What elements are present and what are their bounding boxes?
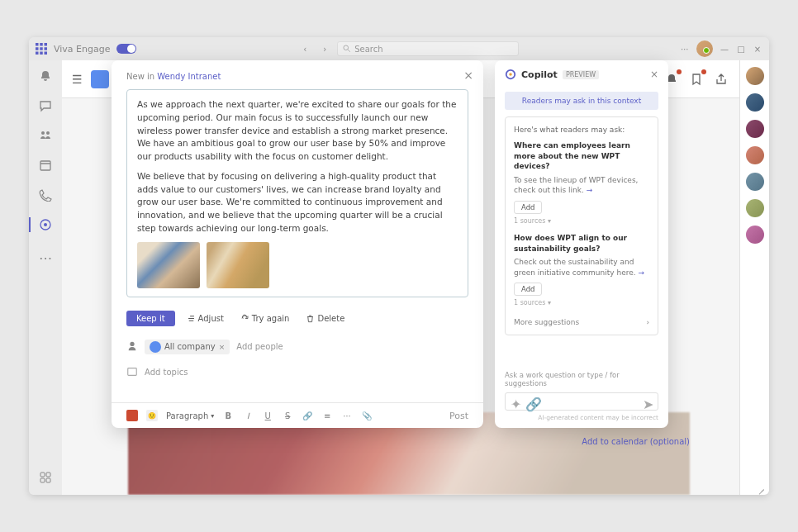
window-close-button[interactable]: × (753, 45, 762, 54)
topic-icon (126, 366, 138, 379)
copilot-icon (505, 69, 516, 80)
send-icon[interactable]: ➤ (643, 397, 653, 406)
rail-engage[interactable] (36, 216, 55, 234)
person-avatar[interactable] (746, 93, 764, 112)
hamburger-icon[interactable]: ☰ (72, 73, 83, 86)
attach-icon[interactable]: 🔗 (525, 397, 535, 406)
card-header: Here's what readers may ask: (514, 126, 649, 134)
copilot-close-icon[interactable]: × (650, 69, 658, 80)
rail-more[interactable]: ⋯ (36, 249, 55, 267)
rail-chat[interactable] (36, 97, 55, 115)
svg-point-16 (44, 223, 47, 226)
copilot-title: Copilot (521, 69, 558, 80)
try-again-button[interactable]: Try again (235, 311, 295, 326)
link-arrow-icon[interactable]: → (587, 186, 593, 194)
svg-rect-18 (46, 473, 50, 477)
bold-button[interactable]: B (222, 411, 234, 420)
community-icon[interactable] (91, 70, 109, 88)
add-suggestion-button[interactable]: Add (514, 283, 542, 296)
theme-toggle[interactable] (116, 44, 136, 54)
person-avatar[interactable] (746, 67, 764, 85)
keep-button[interactable]: Keep it (126, 311, 175, 326)
attach-button[interactable]: 📎 (361, 411, 373, 420)
header-bookmark-icon[interactable] (688, 71, 705, 88)
rail-calendar[interactable] (36, 156, 55, 174)
svg-rect-13 (40, 161, 50, 170)
app-window: Viva Engage ‹ › Search ⋯ — □ × ⋯ (29, 37, 769, 495)
svg-point-21 (130, 341, 134, 345)
rail-activity[interactable] (36, 67, 55, 85)
compose-textarea[interactable]: As we approach the next quarter, we're e… (126, 89, 468, 297)
compose-paragraph: We believe that by focusing on deliverin… (137, 170, 458, 235)
audience-chip[interactable]: All company × (145, 340, 230, 354)
more-format-button[interactable]: ⋯ (341, 411, 353, 420)
chip-remove-icon[interactable]: × (219, 343, 226, 351)
svg-rect-2 (45, 43, 48, 46)
rail-calls[interactable] (36, 186, 55, 204)
svg-rect-22 (128, 368, 137, 375)
rail-teams[interactable] (36, 126, 55, 145)
search-input[interactable]: Search (337, 41, 519, 56)
person-avatar[interactable] (746, 120, 764, 138)
svg-rect-4 (40, 47, 43, 50)
copilot-input[interactable]: ✦ 🔗 ➤ (505, 392, 658, 411)
person-avatar[interactable] (746, 146, 764, 164)
svg-rect-17 (40, 473, 45, 477)
chevron-right-icon: › (646, 318, 649, 326)
link-arrow-icon[interactable]: → (639, 268, 645, 277)
list-button[interactable]: ≡ (321, 411, 333, 420)
suggestions-card: Here's what readers may ask: Where can e… (505, 116, 658, 335)
add-calendar-link[interactable]: Add to calendar (optional) (582, 437, 690, 446)
topic-row: Add topics (112, 361, 483, 384)
emoji-icon[interactable]: 🙂 (146, 410, 158, 421)
close-icon[interactable]: × (463, 69, 473, 82)
resize-handle[interactable] (756, 482, 764, 490)
more-icon[interactable]: ⋯ (680, 45, 690, 54)
underline-button[interactable]: U (262, 411, 273, 420)
more-suggestions-link[interactable]: More suggestions › (514, 315, 649, 326)
copilot-panel: Copilot PREVIEW × Readers may ask in thi… (495, 60, 668, 428)
search-placeholder: Search (354, 45, 382, 54)
adjust-button[interactable]: Adjust (182, 311, 229, 326)
svg-rect-8 (45, 52, 48, 55)
suggestion-answer: Check out the sustainability and green i… (514, 257, 649, 278)
sources-link[interactable]: 1 sources ▾ (514, 299, 649, 306)
svg-rect-7 (40, 52, 43, 55)
svg-rect-20 (46, 478, 50, 482)
link-button[interactable]: 🔗 (302, 411, 313, 420)
add-people-link[interactable]: Add people (236, 342, 283, 351)
sources-link[interactable]: 1 sources ▾ (514, 217, 649, 225)
window-minimize-button[interactable]: — (720, 45, 729, 54)
add-topics-link[interactable]: Add topics (145, 368, 188, 377)
person-avatar[interactable] (746, 226, 764, 244)
strikethrough-button[interactable]: S (282, 411, 293, 420)
ai-action-row: Keep it Adjust Try again Delete (112, 304, 483, 333)
preview-badge: PREVIEW (563, 70, 599, 79)
suggestion-question: How does WPT align to our sustainability… (514, 233, 649, 254)
composer-panel: × New in Wendy Intranet As we approach t… (112, 60, 483, 428)
style-select[interactable]: Paragraph▾ (166, 411, 214, 420)
add-suggestion-button[interactable]: Add (514, 201, 542, 214)
post-button[interactable]: Post (449, 411, 468, 421)
rail-apps[interactable] (36, 468, 55, 487)
person-avatar[interactable] (746, 173, 764, 191)
delete-button[interactable]: Delete (301, 311, 349, 326)
user-avatar[interactable] (696, 40, 713, 57)
content-area: ☰ Add to calendar (optional) × New in We… (62, 60, 739, 495)
svg-rect-19 (40, 478, 45, 482)
svg-rect-0 (36, 43, 39, 46)
left-nav-rail: ⋯ (29, 60, 62, 495)
header-share-icon[interactable] (713, 71, 729, 88)
nav-forward-button[interactable]: › (317, 41, 332, 56)
attachment-image[interactable] (137, 242, 200, 288)
destination-link[interactable]: Wendy Intranet (157, 72, 221, 81)
titlebar: Viva Engage ‹ › Search ⋯ — □ × (29, 37, 769, 60)
copilot-header: Copilot PREVIEW × (495, 60, 668, 88)
nav-back-button[interactable]: ‹ (297, 41, 312, 56)
waffle-icon[interactable] (36, 43, 47, 55)
attachment-image[interactable] (207, 242, 269, 288)
window-maximize-button[interactable]: □ (736, 45, 746, 54)
italic-button[interactable]: I (242, 411, 254, 420)
app-icon[interactable] (126, 410, 138, 421)
person-avatar[interactable] (746, 199, 764, 217)
